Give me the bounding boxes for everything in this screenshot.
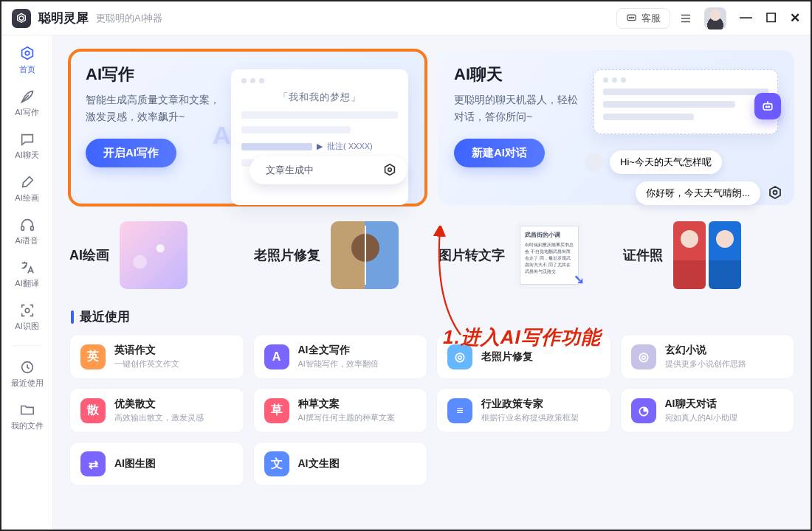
card-title: AI文生图 bbox=[298, 457, 340, 471]
recent-card[interactable]: ◎老照片修复 bbox=[436, 334, 611, 379]
card-icon: ◔ bbox=[631, 398, 656, 423]
card-icon: 文 bbox=[264, 451, 289, 476]
hero-write-desc: 智能生成高质量文章和文案， 激发灵感，效率飙升~ bbox=[86, 91, 233, 125]
card-subtitle: 高效输出散文，激发灵感 bbox=[114, 412, 204, 423]
new-chat-button[interactable]: 新建AI对话 bbox=[454, 139, 545, 167]
svg-point-1 bbox=[629, 17, 630, 18]
card-title: 玄幻小说 bbox=[665, 344, 746, 357]
card-title: 行业政策专家 bbox=[481, 398, 579, 411]
sidebar-item-ocr[interactable]: AI识图 bbox=[8, 298, 47, 336]
sidebar-item-files[interactable]: 我的文件 bbox=[8, 398, 47, 436]
hero-write-title: AI写作 bbox=[86, 63, 233, 86]
card-title: 优美散文 bbox=[114, 398, 204, 411]
card-title: 种草文案 bbox=[298, 398, 395, 411]
svg-rect-6 bbox=[30, 226, 33, 231]
titlebar: 聪明灵犀 更聪明的AI神器 客服 — ☐ ✕ bbox=[1, 1, 811, 35]
card-icon: A bbox=[264, 344, 289, 369]
thumbnail-ocr: 武昌街的小调有时候到重庆随果买书总会 不自觉地翻武昌街而去走了 回，最近发现武昌… bbox=[515, 221, 583, 289]
recent-card[interactable]: 散优美散文高效输出散文，激发灵感 bbox=[69, 388, 244, 433]
tile-img-to-text[interactable]: 图片转文字 武昌街的小调有时候到重庆随果买书总会 不自觉地翻武昌街而去走了 回，… bbox=[438, 221, 610, 289]
translate-icon bbox=[19, 260, 35, 276]
home-hex-icon bbox=[19, 46, 35, 62]
sidebar-item-translate[interactable]: AI翻译 bbox=[8, 255, 47, 294]
app-logo bbox=[12, 9, 31, 28]
svg-point-3 bbox=[633, 17, 633, 18]
sidebar: 首页 AI写作 AI聊天 AI绘画 Ai语音 AI翻译 AI识图 最 bbox=[1, 35, 53, 530]
card-icon: ⇄ bbox=[80, 451, 106, 476]
start-writing-button[interactable]: 开启AI写作 bbox=[86, 139, 176, 167]
card-subtitle: 根据行业名称提供政策框架 bbox=[481, 412, 579, 423]
sidebar-item-writing[interactable]: AI写作 bbox=[8, 84, 47, 122]
svg-point-12 bbox=[768, 106, 770, 108]
thumbnail-photo-restore bbox=[331, 221, 399, 289]
thumbnail-ai-draw bbox=[120, 221, 187, 289]
hex-logo-icon bbox=[382, 162, 398, 178]
card-icon: 散 bbox=[80, 398, 106, 423]
recent-card[interactable]: ◔AI聊天对话宛如真人的AI小助理 bbox=[620, 388, 795, 433]
svg-point-2 bbox=[631, 17, 632, 18]
svg-rect-5 bbox=[21, 226, 24, 231]
window-minimize-button[interactable]: — bbox=[740, 10, 752, 26]
chat-bubble-icon bbox=[626, 13, 637, 24]
card-icon: 英 bbox=[80, 344, 106, 369]
tile-photo-restore[interactable]: 老照片修复 bbox=[254, 221, 425, 289]
hero-chat-desc: 更聪明的聊天机器人，轻松 对话，答你所问~ bbox=[454, 91, 602, 125]
recent-grid: 英英语作文一键创作英文作文AAI全文写作AI智能写作，效率翻倍◎老照片修复◎玄幻… bbox=[69, 334, 794, 486]
recent-card[interactable]: ⇄AI图生图 bbox=[69, 442, 244, 486]
card-title: 老照片修复 bbox=[481, 350, 533, 364]
sidebar-item-recent[interactable]: 最近使用 bbox=[8, 355, 47, 393]
card-subtitle: 一键创作英文作文 bbox=[114, 358, 179, 369]
app-name: 聪明灵犀 bbox=[38, 10, 89, 27]
bot-avatar-icon bbox=[754, 93, 781, 119]
recent-section-title: 最近使用 bbox=[71, 308, 794, 325]
folder-icon bbox=[19, 402, 35, 418]
card-subtitle: 宛如真人的AI小助理 bbox=[665, 412, 737, 423]
card-subtitle: 提供更多小说创作思路 bbox=[665, 358, 746, 369]
thumbnail-id-photo bbox=[673, 221, 741, 289]
card-icon: ≡ bbox=[447, 398, 472, 423]
card-subtitle: AI撰写任何主题的种草文案 bbox=[298, 412, 395, 423]
card-icon: ◎ bbox=[631, 344, 656, 369]
card-title: AI图生图 bbox=[114, 457, 156, 471]
recent-card[interactable]: 英英语作文一键创作英文作文 bbox=[69, 334, 244, 379]
hero-ai-chat[interactable]: AI聊天 更聪明的聊天机器人，轻松 对话，答你所问~ 新建AI对话 bbox=[438, 50, 794, 205]
recent-card[interactable]: 文AI文生图 bbox=[253, 442, 428, 486]
generating-chip: 文章生成中 bbox=[250, 156, 407, 184]
chat-preview-panel: Hi~今天的天气怎样呢 你好呀，今天天气晴朗... bbox=[593, 69, 778, 205]
headphones-icon bbox=[19, 217, 35, 233]
recent-card[interactable]: 草种草文案AI撰写任何主题的种草文案 bbox=[253, 388, 428, 433]
clock-icon bbox=[19, 359, 35, 375]
app-tagline: 更聪明的AI神器 bbox=[96, 12, 162, 25]
writing-preview-panel: 「我和我的梦想」 ▶批注( XXXX) bbox=[231, 69, 408, 205]
tile-id-photo[interactable]: 证件照 bbox=[623, 221, 794, 289]
window-close-button[interactable]: ✕ bbox=[790, 10, 800, 26]
sidebar-item-voice[interactable]: Ai语音 bbox=[8, 212, 47, 251]
svg-point-4 bbox=[25, 51, 30, 55]
card-title: 英语作文 bbox=[114, 344, 179, 357]
svg-point-11 bbox=[766, 106, 768, 108]
feather-icon bbox=[19, 88, 35, 105]
hamburger-menu-button[interactable] bbox=[675, 7, 697, 30]
recent-card[interactable]: ≡行业政策专家根据行业名称提供政策框架 bbox=[436, 388, 611, 433]
svg-point-9 bbox=[388, 168, 392, 172]
card-subtitle: AI智能写作，效率翻倍 bbox=[298, 358, 379, 369]
svg-point-13 bbox=[774, 191, 777, 195]
customer-service-button[interactable]: 客服 bbox=[616, 8, 670, 29]
brush-icon bbox=[19, 174, 35, 190]
window-maximize-button[interactable]: ☐ bbox=[765, 10, 777, 26]
card-icon: 草 bbox=[264, 398, 289, 423]
tile-ai-draw[interactable]: AI绘画 bbox=[69, 221, 241, 289]
svg-point-7 bbox=[25, 308, 30, 313]
hero-ai-writing[interactable]: AI写作 智能生成高质量文章和文案， 激发灵感，效率飙升~ 开启AI写作 AI … bbox=[69, 50, 426, 205]
sidebar-item-draw[interactable]: AI绘画 bbox=[8, 170, 47, 208]
scan-icon bbox=[19, 302, 35, 319]
hex-logo-icon bbox=[766, 184, 784, 202]
card-title: AI全文写作 bbox=[298, 344, 379, 357]
card-icon: ◎ bbox=[447, 344, 472, 369]
user-avatar[interactable] bbox=[704, 7, 726, 30]
sidebar-item-chat[interactable]: AI聊天 bbox=[8, 127, 47, 165]
recent-card[interactable]: AAI全文写作AI智能写作，效率翻倍 bbox=[253, 334, 428, 379]
sidebar-item-home[interactable]: 首页 bbox=[8, 41, 47, 80]
user-avatar-icon bbox=[585, 153, 604, 172]
recent-card[interactable]: ◎玄幻小说提供更多小说创作思路 bbox=[620, 334, 795, 379]
